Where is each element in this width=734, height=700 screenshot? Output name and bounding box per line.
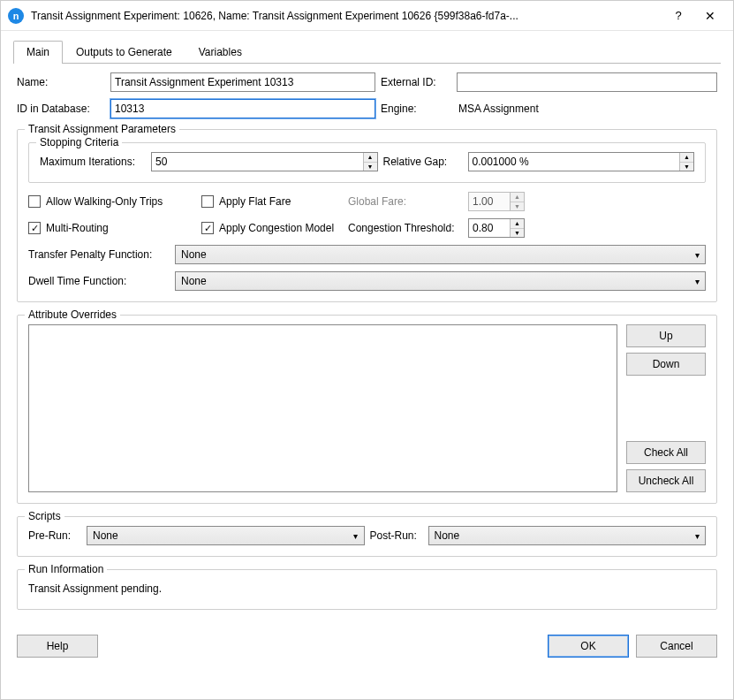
allow-walking-box[interactable]	[28, 195, 41, 208]
up-button[interactable]: Up	[626, 324, 706, 347]
max-iter-label: Maximum Iterations:	[40, 156, 146, 168]
scripts-legend: Scripts	[25, 510, 64, 522]
cb-row-1: Allow Walking-Only Trips Apply Flat Fare…	[28, 192, 706, 211]
chevron-down-icon[interactable]: ▾	[689, 250, 705, 260]
engine-label: Engine:	[381, 103, 451, 115]
max-iter-value[interactable]	[152, 153, 363, 171]
transfer-penalty-label: Transfer Penalty Function:	[28, 248, 170, 261]
flat-fare-checkbox[interactable]: Apply Flat Fare	[201, 195, 343, 208]
params-fieldset: Transit Assignment Parameters Stopping C…	[17, 129, 717, 302]
runinfo-text: Transit Assignment pending.	[28, 579, 706, 598]
engine-value: MSA Assignment	[457, 103, 717, 115]
global-fare-field: ▲▼	[468, 192, 525, 211]
congestion-model-label: Apply Congestion Model	[219, 222, 334, 234]
rel-gap-label: Relative Gap:	[383, 156, 463, 168]
multi-routing-label: Multi-Routing	[46, 222, 109, 234]
stopping-legend: Stopping Criteria	[36, 136, 122, 148]
congestion-thresh-spin[interactable]: ▲▼	[510, 219, 524, 237]
dwell-time-value: None	[176, 273, 689, 289]
window-title: Transit Assignment Experiment: 10626, Na…	[31, 10, 662, 22]
congestion-thresh-value[interactable]	[469, 219, 510, 237]
app-icon: n	[8, 8, 24, 24]
help-button[interactable]: ?	[662, 4, 694, 28]
main-panel: Name: External ID: ID in Database: Engin…	[1, 64, 733, 629]
post-run-combo[interactable]: None ▾	[428, 526, 707, 545]
ok-button[interactable]: OK	[548, 635, 629, 658]
external-id-label: External ID:	[381, 76, 451, 88]
congestion-model-checkbox[interactable]: Apply Congestion Model	[201, 222, 343, 234]
chevron-down-icon[interactable]: ▾	[689, 531, 705, 541]
transfer-penalty-value: None	[176, 247, 689, 262]
max-iter-field[interactable]: ▲▼	[151, 152, 378, 171]
dwell-time-label: Dwell Time Function:	[28, 275, 170, 287]
runinfo-legend: Run Information	[25, 563, 107, 575]
post-run-label: Post-Run:	[370, 529, 423, 542]
header-form: Name: External ID: ID in Database: Engin…	[17, 72, 717, 118]
bottom-bar: Help OK Cancel	[1, 629, 733, 670]
tab-variables[interactable]: Variables	[185, 41, 255, 64]
dwell-time-combo[interactable]: None ▾	[175, 271, 706, 291]
flat-fare-box[interactable]	[201, 195, 214, 208]
congestion-thresh-field[interactable]: ▲▼	[468, 218, 525, 238]
flat-fare-label: Apply Flat Fare	[219, 195, 291, 208]
pre-run-combo[interactable]: None ▾	[87, 526, 365, 545]
overrides-legend: Attribute Overrides	[25, 308, 120, 321]
name-field[interactable]	[110, 72, 375, 92]
global-fare-spin: ▲▼	[510, 193, 524, 210]
tab-outputs[interactable]: Outputs to Generate	[63, 41, 185, 64]
rel-gap-value[interactable]	[469, 153, 680, 171]
max-iter-spin[interactable]: ▲▼	[363, 153, 377, 171]
down-button[interactable]: Down	[626, 353, 706, 376]
close-button[interactable]: ✕	[694, 4, 726, 28]
global-fare-label: Global Fare:	[348, 195, 463, 208]
name-label: Name:	[17, 76, 105, 88]
help-button-bottom[interactable]: Help	[17, 635, 98, 658]
allow-walking-label: Allow Walking-Only Trips	[46, 195, 163, 208]
scripts-fieldset: Scripts Pre-Run: None ▾ Post-Run: None ▾	[17, 516, 717, 557]
chevron-down-icon[interactable]: ▾	[689, 277, 705, 286]
overrides-buttons: Up Down Check All Uncheck All	[626, 324, 706, 492]
uncheck-all-button[interactable]: Uncheck All	[626, 469, 706, 492]
check-all-button[interactable]: Check All	[626, 441, 706, 464]
dwell-time-row: Dwell Time Function: None ▾	[28, 271, 706, 291]
rel-gap-spin[interactable]: ▲▼	[679, 153, 693, 171]
id-db-label: ID in Database:	[17, 103, 105, 115]
multi-routing-box[interactable]	[28, 222, 41, 234]
tab-main[interactable]: Main	[13, 41, 63, 64]
multi-routing-checkbox[interactable]: Multi-Routing	[28, 222, 196, 234]
global-fare-value	[469, 193, 510, 210]
cancel-button[interactable]: Cancel	[636, 635, 717, 658]
runinfo-fieldset: Run Information Transit Assignment pendi…	[17, 569, 717, 610]
tabstrip: Main Outputs to Generate Variables	[13, 40, 721, 64]
rel-gap-field[interactable]: ▲▼	[468, 152, 695, 171]
overrides-fieldset: Attribute Overrides Up Down Check All Un…	[17, 315, 717, 504]
transfer-penalty-combo[interactable]: None ▾	[175, 245, 706, 264]
params-legend: Transit Assignment Parameters	[25, 123, 179, 135]
pre-run-value: None	[87, 528, 348, 544]
stopping-fieldset: Stopping Criteria Maximum Iterations: ▲▼…	[28, 142, 706, 183]
cb-row-2: Multi-Routing Apply Congestion Model Con…	[28, 218, 706, 238]
transfer-penalty-row: Transfer Penalty Function: None ▾	[28, 245, 706, 264]
titlebar: n Transit Assignment Experiment: 10626, …	[1, 1, 733, 31]
id-db-field[interactable]	[110, 99, 375, 118]
pre-run-label: Pre-Run:	[28, 529, 81, 542]
post-run-value: None	[429, 528, 690, 544]
chevron-down-icon[interactable]: ▾	[348, 531, 364, 541]
external-id-field[interactable]	[457, 72, 717, 92]
allow-walking-checkbox[interactable]: Allow Walking-Only Trips	[28, 195, 196, 208]
congestion-model-box[interactable]	[201, 222, 214, 234]
overrides-list[interactable]	[28, 324, 617, 492]
congestion-thresh-label: Congestion Threshold:	[348, 222, 463, 234]
